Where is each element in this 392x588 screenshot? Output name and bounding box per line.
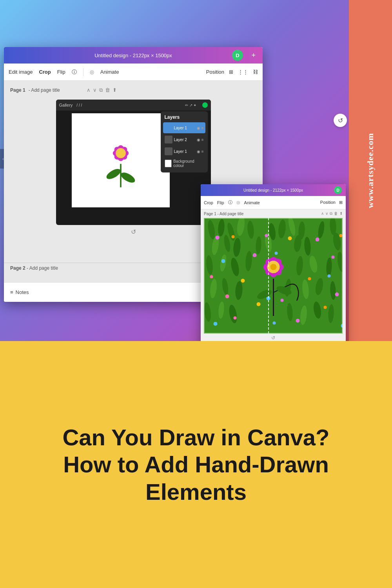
side-panel: www.artsydee.com (349, 0, 392, 341)
canva-toolbar-sm: Crop Flip ⓘ ◎ Animate Position ⊞ (201, 196, 346, 209)
crop-btn[interactable]: Crop (39, 69, 51, 75)
canva-avatar[interactable]: D (232, 50, 243, 61)
layer2-eye[interactable]: ◉ (197, 138, 200, 142)
sm-animate-btn[interactable]: Animate (244, 200, 260, 205)
flower-svg-main (99, 131, 142, 190)
gallery-label[interactable]: Gallery (59, 103, 73, 107)
layer3-eye[interactable]: ◉ (197, 149, 200, 154)
toolbar-divider (83, 68, 83, 76)
notes-btn[interactable]: ≡ Notes (10, 289, 29, 295)
notes-label: Notes (16, 289, 29, 295)
toolbar-icon-3[interactable]: ⛓ (253, 69, 258, 75)
sm-reload-btn[interactable]: ↺ (201, 334, 346, 341)
inner-app-topbar: Gallery / / / ✏ ↗ ✦ (56, 100, 211, 111)
page1-label: Page 1 - Add page title ∧ ∨ ⧉ 🗑 ⬆ (10, 87, 117, 93)
page1-sm-label: Page 1 - Add page title ∧ ∨ ⧉ 🗑 ⬆ (201, 209, 346, 218)
svg-point-7 (116, 148, 126, 158)
layer3-actions: ◉ ≡ (197, 149, 204, 154)
animate-icon: ◎ (90, 69, 94, 75)
page2-bold: Page 2 (10, 265, 25, 271)
layer1-actions: ◉ ≡ (197, 126, 204, 130)
page1-bold: Page 1 (10, 87, 25, 93)
layer2-more[interactable]: ≡ (201, 138, 204, 142)
canvas-refresh-btn[interactable]: ↺ (131, 228, 136, 236)
add-page-icon[interactable]: ⬆ (113, 87, 117, 93)
layer1-eye[interactable]: ◉ (197, 126, 200, 130)
bg-color-label: Background colour (173, 159, 203, 168)
canva-topbar-sm: Untitled design - 2122px × 1500px D (201, 184, 346, 196)
position-btn[interactable]: Position (206, 69, 224, 75)
sm-flip-btn[interactable]: Flip (217, 200, 224, 205)
layer3-name: Layer 1 (174, 149, 195, 154)
sm-page-label: Page 1 - Add page title (204, 212, 243, 216)
layer2-name: Layer 2 (174, 138, 195, 142)
sm-crop-btn[interactable]: Crop (204, 200, 213, 205)
chevron-up-icon[interactable]: ∧ (87, 87, 91, 93)
toolbar-icon-2[interactable]: ⋮⋮ (238, 69, 248, 75)
layer1-item[interactable]: Layer 1 ◉ ≡ (163, 122, 205, 133)
page1-sub: - Add page title (29, 87, 60, 93)
site-url: www.artsydee.com (365, 133, 376, 208)
bottom-line2: How to Add Hand-Drawn (63, 452, 329, 477)
layer1-name: Layer 1 (174, 126, 195, 130)
svg-point-2 (119, 171, 136, 185)
bg-color-swatch (165, 160, 172, 167)
toolbar-icon-1[interactable]: ⊞ (229, 69, 233, 75)
info-btn[interactable]: ⓘ (72, 69, 77, 76)
bottom-line3: Elements (145, 479, 247, 505)
canva-sm-avatar[interactable]: D (334, 186, 342, 194)
inner-app-window: Gallery / / / ✏ ↗ ✦ (56, 100, 211, 225)
canva-topbar: Untitled design - 2122px × 1500px D + (4, 47, 263, 64)
canva-sm-title: Untitled design - 2122px × 1500px (243, 188, 303, 192)
canva-title: Untitled design - 2122px × 1500px (94, 53, 172, 58)
layer3-thumb (165, 147, 172, 155)
flip-btn[interactable]: Flip (57, 69, 65, 75)
sm-position-btn[interactable]: Position (320, 200, 336, 205)
layer3-more[interactable]: ≡ (201, 149, 204, 154)
crop-border (204, 218, 343, 334)
canva-plus-icon[interactable]: + (251, 51, 256, 60)
sm-chevron-down[interactable]: ∨ (325, 211, 328, 216)
trash-icon[interactable]: 🗑 (105, 87, 110, 93)
layers-title: Layers (163, 114, 205, 120)
sm-chevron-up[interactable]: ∧ (321, 211, 324, 216)
top-section: www.artsydee.com ‹ Untitled design - 212… (0, 0, 392, 341)
garden-canvas (204, 218, 343, 334)
bottom-text: Can You Draw in Canva? How to Add Hand-D… (62, 424, 329, 506)
layers-panel: Layers Layer 1 ◉ ≡ Layer 2 ◉ (161, 111, 208, 172)
duplicate-icon[interactable]: ⧉ (99, 87, 103, 93)
bottom-line1: Can You Draw in Canva? (62, 425, 329, 450)
layer2-item[interactable]: Layer 2 ◉ ≡ (163, 134, 205, 145)
toolbar-right: Position ⊞ ⋮⋮ ⛓ (206, 69, 258, 75)
layer3-item[interactable]: Layer 1 ◉ ≡ (163, 146, 205, 157)
bg-color-item[interactable]: Background colour (163, 158, 205, 169)
notes-icon: ≡ (10, 289, 13, 295)
inner-topbar-tools: ✏ ↗ ✦ (185, 103, 197, 107)
layer1-more[interactable]: ≡ (201, 126, 204, 130)
sm-page-controls: ∧ ∨ ⧉ 🗑 ⬆ (321, 211, 343, 216)
layer1-thumb (165, 124, 172, 132)
sm-animate-icon: ◎ (236, 200, 240, 205)
edit-image-btn[interactable]: Edit image (9, 69, 33, 75)
right-refresh-btn[interactable]: ↺ (334, 114, 347, 127)
inner-app-canvas (72, 113, 170, 207)
layer2-actions: ◉ ≡ (197, 138, 204, 142)
sm-toolbar-icon[interactable]: ⊞ (339, 200, 343, 205)
layer2-thumb (165, 136, 172, 143)
canva-window-secondary: Untitled design - 2122px × 1500px D Crop… (201, 184, 346, 341)
sm-toolbar-right: Position ⊞ (320, 200, 343, 205)
inner-topbar-divider: / / / (76, 103, 82, 107)
svg-point-1 (105, 167, 122, 181)
inner-topbar-dot (202, 102, 208, 108)
sm-duplicate[interactable]: ⧉ (330, 211, 332, 216)
page-controls: ∧ ∨ ⧉ 🗑 ⬆ (87, 87, 117, 93)
page2-sub: - Add page title (27, 265, 58, 271)
animate-btn[interactable]: Animate (100, 69, 119, 75)
canva-toolbar: Edit image Crop Flip ⓘ ◎ Animate Positio… (4, 64, 263, 81)
sm-info-btn[interactable]: ⓘ (228, 200, 232, 205)
sm-trash[interactable]: 🗑 (334, 211, 338, 216)
chevron-down-icon[interactable]: ∨ (93, 87, 97, 93)
bottom-section: Can You Draw in Canva? How to Add Hand-D… (0, 341, 392, 588)
sm-add[interactable]: ⬆ (339, 211, 343, 216)
